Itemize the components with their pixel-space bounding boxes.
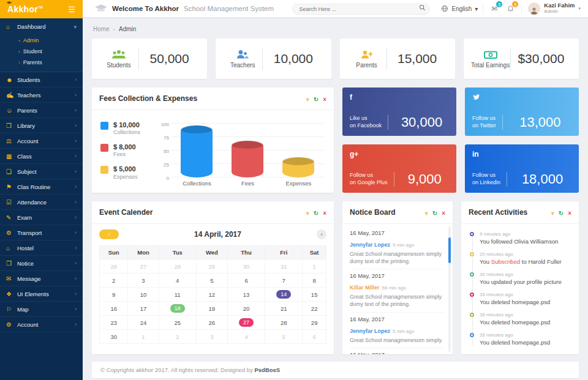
- calendar-date-cell[interactable]: 21: [265, 302, 303, 316]
- calendar-date-cell[interactable]: 12: [196, 288, 227, 302]
- language-selector[interactable]: English ▾: [436, 3, 483, 14]
- social-card-linkedin[interactable]: inFollow uson Linkedin18,000: [465, 144, 579, 193]
- app-logo[interactable]: AkkhorTM: [7, 4, 43, 14]
- calendar-date-cell[interactable]: 15: [303, 288, 326, 302]
- calendar-prev-button[interactable]: ‹: [99, 229, 119, 239]
- sidebar-item-account[interactable]: ⚙Account›: [0, 317, 83, 332]
- collapse-icon[interactable]: ▾: [551, 210, 554, 217]
- sidebar-item-ui-elements[interactable]: ❖UI Elements›: [0, 286, 83, 302]
- sidebar-item-message[interactable]: ✉Message›: [0, 271, 83, 286]
- breadcrumb-home[interactable]: Home: [93, 26, 110, 32]
- calendar-next-button[interactable]: ›: [317, 229, 326, 239]
- sidebar-item-subject[interactable]: ❏Subject›: [0, 164, 83, 179]
- refresh-icon[interactable]: ↻: [314, 96, 318, 103]
- calendar-date-cell[interactable]: 30: [100, 330, 128, 344]
- calendar-date-cell[interactable]: 17: [128, 302, 159, 316]
- search-input[interactable]: [292, 4, 430, 15]
- calendar-date-cell[interactable]: 31: [265, 259, 303, 274]
- calendar-date-cell[interactable]: 24: [128, 316, 159, 330]
- calendar-date-cell[interactable]: 29: [303, 316, 326, 330]
- sidebar-item-account[interactable]: ⚖Account›: [0, 133, 83, 149]
- calendar-date-cell[interactable]: 5: [265, 330, 303, 344]
- calendar-date-cell[interactable]: 10: [128, 288, 159, 302]
- sidebar-item-parents[interactable]: ☺Parents›: [0, 103, 83, 118]
- close-icon[interactable]: ×: [323, 210, 326, 217]
- collapse-icon[interactable]: ▾: [425, 210, 428, 217]
- hamburger-icon[interactable]: ☰: [68, 5, 75, 14]
- sidebar-item-teachers[interactable]: ✍Teachers›: [0, 88, 83, 103]
- calendar-date-cell[interactable]: 1: [303, 259, 326, 274]
- sidebar-subitem-student[interactable]: ›Student: [0, 46, 83, 57]
- calendar-date-cell[interactable]: 22: [303, 302, 326, 316]
- calendar-date-cell[interactable]: 27: [227, 316, 265, 330]
- calendar-date-cell[interactable]: 27: [128, 259, 159, 274]
- collapse-icon[interactable]: ▾: [306, 210, 309, 217]
- calendar-date-cell[interactable]: 6: [227, 274, 265, 288]
- scrollbar-thumb[interactable]: [448, 237, 451, 263]
- calendar-date-cell[interactable]: 8: [303, 274, 326, 288]
- calendar-event-date[interactable]: 14: [276, 290, 291, 299]
- calendar-event-date[interactable]: 27: [239, 318, 254, 327]
- calendar-date-cell[interactable]: 4: [159, 274, 196, 288]
- calendar-date-cell[interactable]: 6: [303, 330, 326, 344]
- calendar-date-cell[interactable]: 4: [227, 330, 265, 344]
- recent-activities-title: Recent Activities: [469, 208, 547, 217]
- calendar-date-cell[interactable]: 30: [227, 259, 265, 274]
- chevron-right-icon: ›: [75, 199, 77, 205]
- refresh-icon[interactable]: ↻: [559, 210, 564, 217]
- sidebar-item-hostel[interactable]: ⌂Hostel›: [0, 240, 83, 256]
- notice-author[interactable]: Killar Miller: [350, 285, 380, 291]
- calendar-date-cell[interactable]: 14: [265, 288, 303, 302]
- calendar-date-cell[interactable]: 2: [100, 274, 128, 288]
- social-card-facebook[interactable]: fLike uson Facebook30,000: [342, 88, 456, 136]
- calendar-date-cell[interactable]: 2: [159, 330, 196, 344]
- refresh-icon[interactable]: ↻: [432, 210, 437, 217]
- calendar-date-cell[interactable]: 23: [100, 316, 128, 330]
- collapse-icon[interactable]: ▾: [306, 96, 309, 103]
- close-icon[interactable]: ×: [442, 210, 445, 217]
- notice-author[interactable]: Jennyfar Lopez: [350, 242, 390, 248]
- calendar-date-cell[interactable]: 9: [100, 288, 128, 302]
- calendar-date-cell[interactable]: 19: [196, 302, 227, 316]
- close-icon[interactable]: ×: [323, 96, 326, 103]
- calendar-date-cell[interactable]: 29: [196, 259, 227, 274]
- notice-author[interactable]: Jennyfar Lopez: [350, 328, 390, 334]
- calendar-date-cell[interactable]: 16: [100, 302, 128, 316]
- calendar-date-cell[interactable]: 18: [159, 302, 196, 316]
- calendar-date-cell[interactable]: 3: [128, 274, 159, 288]
- calendar-date-cell[interactable]: 11: [159, 288, 196, 302]
- sidebar-item-notice[interactable]: ❐Notice›: [0, 256, 83, 271]
- messages-button[interactable]: ✉ 5: [489, 4, 499, 13]
- social-card-twitter[interactable]: Follow uson Twitter13,000: [465, 88, 579, 136]
- calendar-date-cell[interactable]: 25: [159, 316, 196, 330]
- calendar-date-cell[interactable]: 26: [196, 316, 227, 330]
- calendar-date-cell[interactable]: 28: [265, 316, 303, 330]
- sidebar-item-class[interactable]: ▦Class›: [0, 149, 83, 164]
- calendar-date-cell[interactable]: 20: [227, 302, 265, 316]
- refresh-icon[interactable]: ↻: [314, 210, 318, 217]
- social-card-google-plus[interactable]: g+Follow uson Google Plus9,000: [342, 144, 456, 193]
- sidebar-item-exam[interactable]: ✎Exam›: [0, 210, 83, 225]
- calendar-date-cell[interactable]: 3: [196, 330, 227, 344]
- sidebar-item-clas-routine[interactable]: ⚑Clas Routine›: [0, 179, 83, 195]
- user-menu[interactable]: Kazi Fahim Admin ▾: [528, 2, 581, 15]
- calendar-event-date[interactable]: 18: [170, 304, 185, 313]
- calendar-date-cell[interactable]: 7: [265, 274, 303, 288]
- sidebar-item-students[interactable]: ☻Students›: [0, 72, 83, 88]
- sidebar-subitem-parents[interactable]: ›Parents: [0, 57, 83, 68]
- calendar-date-cell[interactable]: 1: [128, 330, 159, 344]
- sidebar-item-library[interactable]: ❒Library›: [0, 118, 83, 133]
- sidebar-item-dashboard[interactable]: ⌂ Dashboard ▾: [0, 18, 83, 35]
- notifications-button[interactable]: 8: [505, 4, 515, 13]
- calendar-date-cell[interactable]: 28: [159, 259, 196, 274]
- sidebar-item-transport[interactable]: ⚙Transport›: [0, 225, 83, 240]
- sidebar-subitem-admin[interactable]: ›Admin: [0, 35, 83, 46]
- close-icon[interactable]: ×: [568, 210, 571, 217]
- notice-meta: Jennyfar Lopez5 min ago: [350, 324, 444, 335]
- sidebar-item-map[interactable]: ⚐Map›: [0, 302, 83, 317]
- calendar-date-cell[interactable]: 26: [100, 259, 128, 274]
- sidebar-item-attendance[interactable]: ☑Attendance›: [0, 195, 83, 210]
- calendar-date-cell[interactable]: 5: [196, 274, 227, 288]
- search-icon[interactable]: [419, 4, 426, 11]
- calendar-date-cell[interactable]: 13: [227, 288, 265, 302]
